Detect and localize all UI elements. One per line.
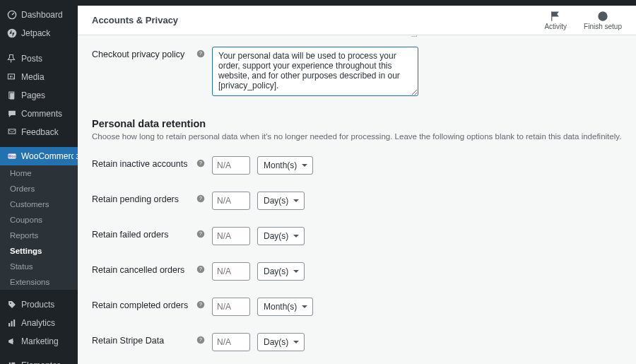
help-placeholder [196,35,208,38]
svg-text:?: ? [199,51,202,56]
pending-orders-unit[interactable]: Day(s) [257,192,305,210]
svg-point-9 [10,303,11,304]
row-failed-orders: Retain failed orders ? Day(s) [92,218,622,254]
content-scroll[interactable]: Checkout privacy policy ? Personal data … [78,35,636,364]
sidebar-item-pages[interactable]: Pages [0,86,78,105]
row-checkout-privacy: Checkout privacy policy ? [92,38,622,107]
main-pane: Accounts & Privacy Activity Finish setup [78,6,636,364]
completed-orders-value[interactable] [212,298,250,316]
sidebar-item-products[interactable]: Products [0,295,78,314]
page-icon [7,90,17,100]
svg-text:?: ? [199,302,202,307]
woocommerce-submenu: Home Orders Customers Coupons Reports Se… [0,165,78,290]
dashboard-icon [7,10,17,20]
submenu-extensions[interactable]: Extensions [0,274,78,290]
help-icon[interactable]: ? [196,156,208,170]
label-stripe-data: Retain Stripe Data [92,333,196,346]
inactive-accounts-value[interactable] [212,156,250,175]
svg-text:?: ? [199,160,202,165]
sidebar-item-woocommerce[interactable]: Woo WooCommerce [0,147,78,165]
label-inactive-accounts: Retain inactive accounts [92,156,196,169]
svg-rect-5 [10,93,14,100]
label-placeholder [92,35,196,38]
label-failed-orders: Retain failed orders [92,227,196,240]
submenu-reports[interactable]: Reports [0,228,78,243]
svg-text:Woo: Woo [8,155,16,158]
sidebar-item-label: Pages [21,90,45,100]
row-cancelled-orders: Retain cancelled orders ? Day(s) [92,254,622,289]
sidebar-item-elementor[interactable]: Elementor [0,356,78,364]
sidebar-item-posts[interactable]: Posts [0,49,78,68]
help-icon[interactable]: ? [196,262,208,276]
inactive-accounts-unit[interactable]: Month(s) [257,156,313,175]
failed-orders-value[interactable] [212,227,250,245]
sidebar-item-dashboard[interactable]: Dashboard [0,6,78,24]
cancelled-orders-unit[interactable]: Day(s) [257,262,305,281]
sidebar-item-label: Jetpack [21,28,50,38]
svg-text:?: ? [199,266,202,271]
svg-text:?: ? [199,196,202,201]
label-completed-orders: Retain completed orders [92,298,196,310]
submenu-customers[interactable]: Customers [0,196,78,212]
stripe-data-unit[interactable]: Day(s) [257,333,305,351]
sidebar-item-analytics[interactable]: Analytics [0,314,78,332]
sidebar-item-label: Elementor [21,360,60,364]
action-label: Activity [544,23,567,30]
megaphone-icon [7,336,17,346]
header-action-activity[interactable]: Activity [544,10,567,30]
help-icon[interactable]: ? [196,192,208,205]
help-icon[interactable]: ? [196,47,208,60]
svg-rect-12 [13,319,15,327]
header-action-finish-setup[interactable]: Finish setup [584,10,622,30]
media-icon [7,72,17,82]
svg-rect-10 [8,323,10,327]
sidebar-item-media[interactable]: Media [0,68,78,86]
admin-sidebar: Dashboard Jetpack Posts Media Pages Comm… [0,6,78,364]
sidebar-item-label: Media [21,72,45,82]
sidebar-item-jetpack[interactable]: Jetpack [0,24,78,42]
sidebar-item-feedback[interactable]: Feedback [0,123,78,141]
comment-icon [7,109,17,119]
row-pending-orders: Retain pending orders ? Day(s) [92,183,622,218]
svg-rect-6 [8,129,16,134]
sidebar-item-label: Posts [21,54,42,64]
section-title-retention: Personal data retention [92,118,622,129]
failed-orders-unit[interactable]: Day(s) [257,227,305,245]
row-stripe-data: Retain Stripe Data ? Day(s) [92,324,622,360]
circle-icon [596,10,609,23]
action-label: Finish setup [584,23,622,30]
sidebar-item-comments[interactable]: Comments [0,105,78,123]
submenu-orders[interactable]: Orders [0,181,78,196]
svg-text:?: ? [199,231,202,236]
submenu-coupons[interactable]: Coupons [0,212,78,228]
pending-orders-value[interactable] [212,192,250,210]
sidebar-item-label: Dashboard [21,10,63,20]
woocommerce-icon: Woo [7,151,17,161]
page-header: Accounts & Privacy Activity Finish setup [78,6,636,35]
sidebar-item-marketing[interactable]: Marketing [0,332,78,351]
sidebar-item-label: Marketing [21,336,59,346]
completed-orders-unit[interactable]: Month(s) [257,298,313,316]
jetpack-icon [7,28,17,38]
help-icon[interactable]: ? [196,298,208,311]
svg-rect-11 [11,321,13,327]
submenu-home[interactable]: Home [0,165,78,181]
section-desc-retention: Choose how long to retain personal data … [92,132,622,141]
svg-point-1 [8,29,17,38]
sidebar-item-label: Comments [21,109,62,119]
analytics-icon [7,318,17,328]
help-icon[interactable]: ? [196,227,208,240]
row-completed-orders: Retain completed orders ? Month(s) [92,289,622,324]
checkout-privacy-textarea[interactable] [212,47,418,96]
stripe-data-value[interactable] [212,333,250,351]
submenu-settings[interactable]: Settings [0,243,78,259]
submenu-status[interactable]: Status [0,259,78,274]
page-title: Accounts & Privacy [92,15,178,25]
cancelled-orders-value[interactable] [212,262,250,281]
sidebar-item-label: WooCommerce [21,151,78,161]
svg-text:?: ? [199,337,202,342]
sidebar-item-label: Analytics [21,318,55,328]
products-icon [7,300,17,310]
row-inactive-accounts: Retain inactive accounts ? Month(s) [92,148,622,183]
help-icon[interactable]: ? [196,333,208,346]
